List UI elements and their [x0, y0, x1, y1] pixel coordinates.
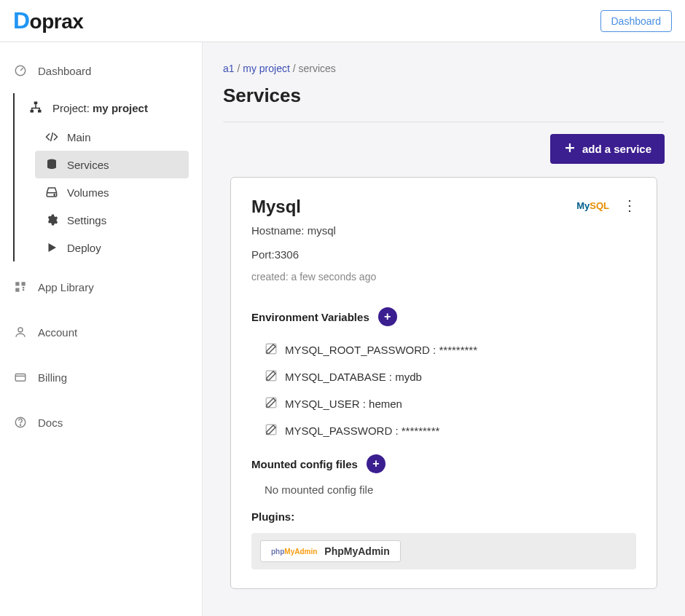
- gauge-icon: [13, 64, 28, 77]
- mysql-logo-icon: MySQL: [576, 200, 609, 211]
- add-env-var-button[interactable]: +: [378, 307, 397, 326]
- sidebar-item-main[interactable]: Main: [35, 123, 189, 151]
- code-icon: [45, 130, 58, 143]
- sidebar-item-dashboard[interactable]: Dashboard: [0, 57, 202, 84]
- add-config-file-button[interactable]: +: [367, 454, 385, 473]
- plugin-label: PhpMyAdmin: [324, 545, 389, 557]
- edit-icon[interactable]: [265, 423, 278, 438]
- plus-icon: [563, 141, 576, 157]
- svg-rect-8: [22, 282, 26, 285]
- config-files-heading: Mounted config files +: [251, 454, 636, 473]
- dashboard-button[interactable]: Dashboard: [600, 10, 673, 32]
- breadcrumb-a1[interactable]: a1: [223, 63, 235, 74]
- phpmyadmin-logo-icon: phpMyAdmin: [271, 548, 317, 556]
- page-title: Services: [223, 84, 665, 107]
- svg-rect-1: [34, 102, 38, 105]
- svg-rect-11: [23, 287, 24, 288]
- hdd-icon: [45, 186, 58, 199]
- env-var-text: MYSQL_ROOT_PASSWORD : *********: [285, 344, 477, 356]
- sidebar-item-settings[interactable]: Settings: [35, 206, 189, 234]
- plugin-row: phpMyAdmin PhpMyAdmin: [251, 533, 636, 569]
- service-card: Mysql Hostname: mysql Port:3306 created:…: [230, 177, 657, 589]
- sidebar-label: Main: [67, 131, 91, 143]
- svg-rect-2: [31, 110, 34, 113]
- sidebar-item-billing[interactable]: Billing: [0, 363, 202, 391]
- service-port: Port:3306: [251, 248, 376, 261]
- env-var-row: MYSQL_USER : hemen: [265, 390, 636, 417]
- breadcrumb: a1 / my project / services: [223, 63, 665, 74]
- svg-rect-3: [38, 110, 42, 113]
- env-var-list: MYSQL_ROOT_PASSWORD : ********* MYSQL_DA…: [251, 336, 636, 444]
- topbar: Doprax Dashboard: [0, 0, 685, 42]
- gear-icon: [45, 213, 58, 226]
- help-icon: [13, 416, 28, 429]
- user-icon: [13, 325, 28, 339]
- svg-point-15: [20, 425, 20, 425]
- env-var-text: MYSQL_DATABASE : mydb: [285, 371, 422, 383]
- sidebar-label: Services: [67, 159, 109, 171]
- plugins-heading: Plugins:: [251, 510, 636, 523]
- env-var-text: MYSQL_PASSWORD : *********: [285, 425, 439, 437]
- svg-point-12: [18, 328, 23, 332]
- sidebar-item-volumes[interactable]: Volumes: [35, 178, 189, 206]
- env-var-row: MYSQL_ROOT_PASSWORD : *********: [265, 336, 636, 363]
- sidebar-label: Docs: [38, 416, 63, 429]
- database-icon: [45, 158, 58, 171]
- add-service-button[interactable]: add a service: [550, 134, 665, 164]
- card-icon: [13, 371, 28, 384]
- svg-point-6: [54, 194, 55, 196]
- sidebar-label: Billing: [38, 371, 67, 384]
- sidebar-item-account[interactable]: Account: [0, 318, 202, 346]
- service-title: Mysql: [251, 197, 376, 217]
- svg-rect-9: [15, 288, 19, 292]
- edit-icon[interactable]: [265, 396, 278, 411]
- sidebar-label: Deploy: [67, 242, 101, 254]
- svg-rect-10: [23, 289, 24, 291]
- sidebar-label: Volumes: [67, 186, 109, 199]
- sidebar-item-project[interactable]: Project: my project: [15, 93, 202, 123]
- sidebar: Dashboard Project: my project Main Servi…: [0, 42, 203, 616]
- apps-icon: [13, 280, 28, 293]
- project-label: Project: my project: [52, 102, 148, 114]
- config-empty-message: No mounted config file: [251, 483, 636, 496]
- project-group: Project: my project Main Services Volume…: [13, 93, 202, 261]
- sidebar-item-services[interactable]: Services: [35, 151, 189, 178]
- env-var-text: MYSQL_USER : hemen: [285, 398, 402, 410]
- sidebar-label: App Library: [38, 281, 94, 293]
- sidebar-label: Account: [38, 326, 77, 339]
- edit-icon[interactable]: [265, 369, 278, 384]
- breadcrumb-project[interactable]: my project: [243, 63, 290, 74]
- service-created: created: a few seconds ago: [251, 271, 376, 283]
- brand-logo[interactable]: Doprax: [13, 7, 83, 34]
- sitemap-icon: [29, 100, 42, 116]
- sidebar-item-deploy[interactable]: Deploy: [35, 234, 189, 261]
- breadcrumb-sep: /: [293, 63, 299, 74]
- service-hostname: Hostname: mysql: [251, 224, 376, 237]
- env-vars-heading: Environment Variables +: [251, 307, 636, 326]
- play-icon: [45, 241, 58, 254]
- sidebar-item-docs[interactable]: Docs: [0, 408, 202, 436]
- main-content: a1 / my project / services Services add …: [203, 42, 685, 616]
- kebab-menu-icon[interactable]: ⋮: [622, 197, 636, 214]
- sidebar-label: Dashboard: [38, 65, 91, 77]
- svg-rect-7: [15, 282, 19, 285]
- breadcrumb-current: services: [299, 63, 336, 74]
- plugin-phpmyadmin[interactable]: phpMyAdmin PhpMyAdmin: [260, 540, 401, 562]
- add-service-label: add a service: [582, 143, 651, 155]
- svg-rect-13: [15, 374, 26, 382]
- sidebar-item-app-library[interactable]: App Library: [0, 273, 202, 301]
- sidebar-label: Settings: [67, 214, 106, 226]
- env-var-row: MYSQL_PASSWORD : *********: [265, 417, 636, 444]
- env-var-row: MYSQL_DATABASE : mydb: [265, 363, 636, 390]
- edit-icon[interactable]: [265, 342, 278, 358]
